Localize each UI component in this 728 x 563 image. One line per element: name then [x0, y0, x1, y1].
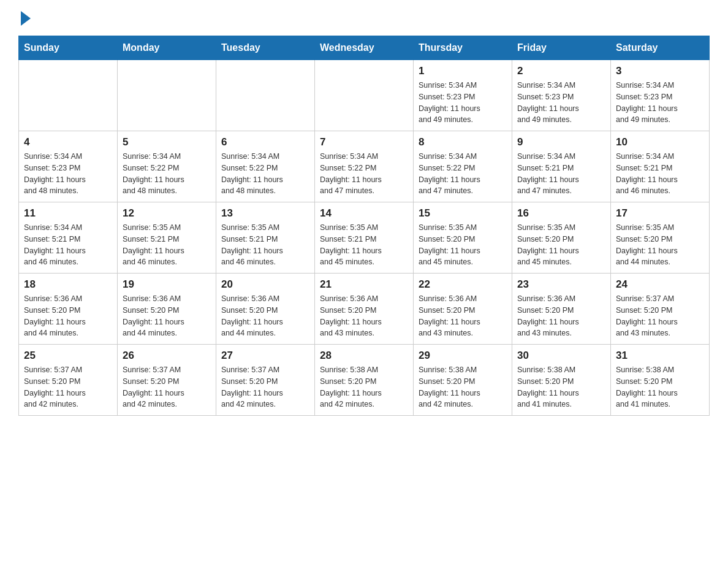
day-number: 18: [24, 278, 112, 291]
page-header: [18, 12, 710, 23]
day-number: 25: [24, 350, 112, 362]
day-info: Sunrise: 5:34 AM Sunset: 5:21 PM Dayligh…: [24, 222, 112, 268]
day-info: Sunrise: 5:38 AM Sunset: 5:20 PM Dayligh…: [320, 364, 408, 410]
calendar-cell: 23Sunrise: 5:36 AM Sunset: 5:20 PM Dayli…: [512, 274, 611, 345]
calendar-cell: 19Sunrise: 5:36 AM Sunset: 5:20 PM Dayli…: [118, 274, 216, 345]
day-number: 24: [616, 278, 704, 291]
day-info: Sunrise: 5:35 AM Sunset: 5:20 PM Dayligh…: [616, 222, 704, 268]
calendar-week-5: 25Sunrise: 5:37 AM Sunset: 5:20 PM Dayli…: [19, 345, 710, 416]
calendar-table: SundayMondayTuesdayWednesdayThursdayFrid…: [18, 36, 710, 416]
day-info: Sunrise: 5:34 AM Sunset: 5:23 PM Dayligh…: [616, 80, 704, 126]
weekday-header-saturday: Saturday: [611, 36, 710, 60]
day-number: 12: [123, 207, 211, 220]
calendar-cell: 28Sunrise: 5:38 AM Sunset: 5:20 PM Dayli…: [315, 345, 414, 416]
day-number: 16: [517, 207, 605, 220]
day-number: 11: [24, 207, 112, 220]
day-number: 2: [517, 65, 605, 77]
day-number: 7: [320, 136, 408, 148]
calendar-week-3: 11Sunrise: 5:34 AM Sunset: 5:21 PM Dayli…: [19, 202, 710, 274]
day-number: 4: [24, 136, 112, 148]
calendar-cell: 20Sunrise: 5:36 AM Sunset: 5:20 PM Dayli…: [216, 274, 315, 345]
day-info: Sunrise: 5:36 AM Sunset: 5:20 PM Dayligh…: [517, 293, 605, 339]
day-number: 20: [221, 278, 309, 291]
weekday-header-thursday: Thursday: [414, 36, 512, 60]
calendar-cell: 6Sunrise: 5:34 AM Sunset: 5:22 PM Daylig…: [216, 131, 315, 202]
calendar-cell: 21Sunrise: 5:36 AM Sunset: 5:20 PM Dayli…: [315, 274, 414, 345]
logo: [18, 12, 31, 23]
calendar-cell: 24Sunrise: 5:37 AM Sunset: 5:20 PM Dayli…: [611, 274, 710, 345]
day-info: Sunrise: 5:38 AM Sunset: 5:20 PM Dayligh…: [616, 364, 704, 410]
calendar-cell: 26Sunrise: 5:37 AM Sunset: 5:20 PM Dayli…: [118, 345, 216, 416]
day-info: Sunrise: 5:36 AM Sunset: 5:20 PM Dayligh…: [123, 293, 211, 339]
calendar-cell: 30Sunrise: 5:38 AM Sunset: 5:20 PM Dayli…: [512, 345, 611, 416]
day-number: 5: [123, 136, 211, 148]
day-info: Sunrise: 5:38 AM Sunset: 5:20 PM Dayligh…: [517, 364, 605, 410]
day-info: Sunrise: 5:36 AM Sunset: 5:20 PM Dayligh…: [221, 293, 309, 339]
calendar-cell: [118, 60, 216, 131]
calendar-cell: 27Sunrise: 5:37 AM Sunset: 5:20 PM Dayli…: [216, 345, 315, 416]
day-info: Sunrise: 5:34 AM Sunset: 5:22 PM Dayligh…: [123, 151, 211, 197]
day-info: Sunrise: 5:37 AM Sunset: 5:20 PM Dayligh…: [616, 293, 704, 339]
day-info: Sunrise: 5:37 AM Sunset: 5:20 PM Dayligh…: [24, 364, 112, 410]
calendar-cell: 4Sunrise: 5:34 AM Sunset: 5:23 PM Daylig…: [19, 131, 118, 202]
day-number: 27: [221, 350, 309, 362]
day-info: Sunrise: 5:34 AM Sunset: 5:23 PM Dayligh…: [517, 80, 605, 126]
calendar-cell: 22Sunrise: 5:36 AM Sunset: 5:20 PM Dayli…: [414, 274, 512, 345]
calendar-cell: 8Sunrise: 5:34 AM Sunset: 5:22 PM Daylig…: [414, 131, 512, 202]
day-number: 10: [616, 136, 704, 148]
calendar-cell: [216, 60, 315, 131]
day-info: Sunrise: 5:38 AM Sunset: 5:20 PM Dayligh…: [419, 364, 507, 410]
day-info: Sunrise: 5:36 AM Sunset: 5:20 PM Dayligh…: [419, 293, 507, 339]
calendar-cell: 16Sunrise: 5:35 AM Sunset: 5:20 PM Dayli…: [512, 202, 611, 274]
day-number: 29: [419, 350, 507, 362]
day-number: 13: [221, 207, 309, 220]
day-info: Sunrise: 5:35 AM Sunset: 5:20 PM Dayligh…: [419, 222, 507, 268]
day-number: 22: [419, 278, 507, 291]
calendar-cell: 11Sunrise: 5:34 AM Sunset: 5:21 PM Dayli…: [19, 202, 118, 274]
day-info: Sunrise: 5:36 AM Sunset: 5:20 PM Dayligh…: [320, 293, 408, 339]
day-number: 15: [419, 207, 507, 220]
day-number: 23: [517, 278, 605, 291]
day-number: 26: [123, 350, 211, 362]
day-number: 9: [517, 136, 605, 148]
day-number: 21: [320, 278, 408, 291]
calendar-cell: [19, 60, 118, 131]
calendar-cell: 13Sunrise: 5:35 AM Sunset: 5:21 PM Dayli…: [216, 202, 315, 274]
day-number: 28: [320, 350, 408, 362]
weekday-header-wednesday: Wednesday: [315, 36, 414, 60]
calendar-cell: 17Sunrise: 5:35 AM Sunset: 5:20 PM Dayli…: [611, 202, 710, 274]
day-number: 3: [616, 65, 704, 77]
day-info: Sunrise: 5:34 AM Sunset: 5:22 PM Dayligh…: [221, 151, 309, 197]
weekday-header-row: SundayMondayTuesdayWednesdayThursdayFrid…: [19, 36, 710, 60]
day-info: Sunrise: 5:35 AM Sunset: 5:21 PM Dayligh…: [221, 222, 309, 268]
calendar-cell: 1Sunrise: 5:34 AM Sunset: 5:23 PM Daylig…: [414, 60, 512, 131]
day-info: Sunrise: 5:35 AM Sunset: 5:21 PM Dayligh…: [320, 222, 408, 268]
day-info: Sunrise: 5:36 AM Sunset: 5:20 PM Dayligh…: [24, 293, 112, 339]
calendar-cell: 14Sunrise: 5:35 AM Sunset: 5:21 PM Dayli…: [315, 202, 414, 274]
weekday-header-friday: Friday: [512, 36, 611, 60]
day-info: Sunrise: 5:37 AM Sunset: 5:20 PM Dayligh…: [221, 364, 309, 410]
calendar-cell: 3Sunrise: 5:34 AM Sunset: 5:23 PM Daylig…: [611, 60, 710, 131]
day-info: Sunrise: 5:34 AM Sunset: 5:21 PM Dayligh…: [517, 151, 605, 197]
day-info: Sunrise: 5:34 AM Sunset: 5:21 PM Dayligh…: [616, 151, 704, 197]
day-number: 31: [616, 350, 704, 362]
day-number: 1: [419, 65, 507, 77]
weekday-header-sunday: Sunday: [19, 36, 118, 60]
calendar-cell: 5Sunrise: 5:34 AM Sunset: 5:22 PM Daylig…: [118, 131, 216, 202]
day-number: 30: [517, 350, 605, 362]
calendar-week-1: 1Sunrise: 5:34 AM Sunset: 5:23 PM Daylig…: [19, 60, 710, 131]
calendar-cell: 15Sunrise: 5:35 AM Sunset: 5:20 PM Dayli…: [414, 202, 512, 274]
day-info: Sunrise: 5:34 AM Sunset: 5:22 PM Dayligh…: [320, 151, 408, 197]
day-number: 6: [221, 136, 309, 148]
day-info: Sunrise: 5:35 AM Sunset: 5:21 PM Dayligh…: [123, 222, 211, 268]
day-info: Sunrise: 5:34 AM Sunset: 5:22 PM Dayligh…: [419, 151, 507, 197]
weekday-header-monday: Monday: [118, 36, 216, 60]
calendar-week-4: 18Sunrise: 5:36 AM Sunset: 5:20 PM Dayli…: [19, 274, 710, 345]
day-info: Sunrise: 5:37 AM Sunset: 5:20 PM Dayligh…: [123, 364, 211, 410]
weekday-header-tuesday: Tuesday: [216, 36, 315, 60]
day-info: Sunrise: 5:34 AM Sunset: 5:23 PM Dayligh…: [419, 80, 507, 126]
day-number: 14: [320, 207, 408, 220]
calendar-cell: 29Sunrise: 5:38 AM Sunset: 5:20 PM Dayli…: [414, 345, 512, 416]
calendar-cell: 2Sunrise: 5:34 AM Sunset: 5:23 PM Daylig…: [512, 60, 611, 131]
day-number: 19: [123, 278, 211, 291]
